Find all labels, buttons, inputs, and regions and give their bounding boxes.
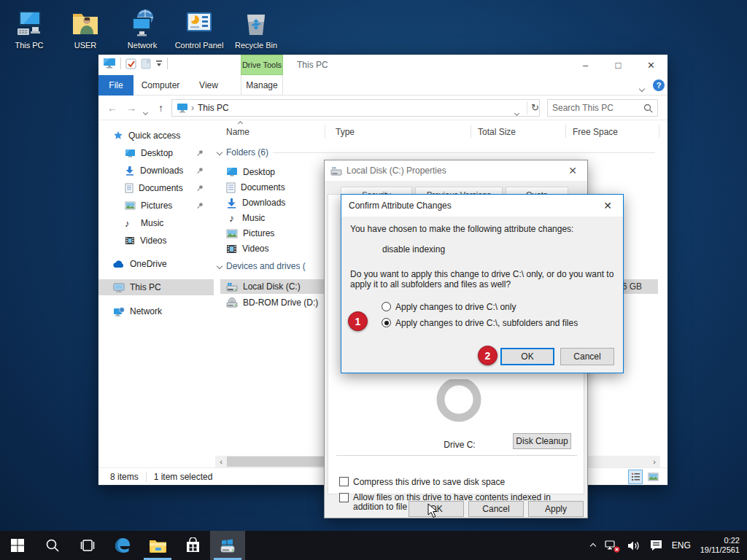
edge-icon[interactable]: [105, 531, 140, 560]
user-folder-icon: [58, 6, 112, 39]
qat-properties-icon[interactable]: [125, 58, 136, 69]
column-header-name[interactable]: Name: [226, 122, 321, 139]
search-input[interactable]: Search This PC: [547, 99, 658, 117]
confirm-ok-button[interactable]: OK: [500, 348, 554, 365]
file-item-pictures[interactable]: Pictures: [226, 226, 274, 241]
task-view-button[interactable]: [70, 531, 105, 560]
desktop-icon-this-pc[interactable]: This PC: [2, 6, 56, 50]
sidebar-item-label: Quick access: [128, 131, 180, 141]
maximize-button[interactable]: □: [602, 55, 635, 75]
collapse-group-icon[interactable]: [217, 263, 222, 269]
sidebar-item-pictures[interactable]: Pictures: [98, 198, 214, 214]
expand-ribbon-icon[interactable]: [640, 83, 644, 93]
sidebar-item-label: Music: [141, 218, 163, 228]
help-icon[interactable]: ?: [653, 79, 665, 91]
details-view-button[interactable]: [628, 470, 643, 484]
disk-cleanup-button[interactable]: Disk Cleanup: [513, 433, 571, 449]
taskbar-drive-properties-icon[interactable]: [210, 531, 245, 560]
taskbar-search-button[interactable]: [35, 531, 70, 560]
desktop-icon-control-panel[interactable]: Control Panel: [172, 6, 226, 50]
sidebar-item-network[interactable]: Network: [98, 303, 214, 319]
compress-checkbox[interactable]: [339, 477, 349, 486]
confirm-dialog-title: Confirm Attribute Changes: [349, 201, 452, 211]
music-icon: ♪: [226, 212, 237, 224]
breadcrumb-location[interactable]: This PC: [198, 103, 229, 113]
scroll-right-icon[interactable]: ›: [649, 456, 660, 467]
qat-customize-dropdown-icon[interactable]: [155, 60, 163, 67]
sidebar-item-desktop[interactable]: Desktop: [98, 145, 214, 161]
close-icon[interactable]: ✕: [592, 195, 623, 217]
scrollbar-thumb[interactable]: [227, 456, 336, 467]
qat-newfolder-icon[interactable]: [141, 58, 151, 69]
hidden-icons-chevron-icon[interactable]: [591, 540, 595, 551]
divider: [336, 455, 577, 456]
scroll-left-icon[interactable]: ‹: [215, 456, 227, 467]
location-icon: [177, 104, 188, 113]
documents-icon: [125, 183, 133, 193]
sidebar-item-music[interactable]: ♪ Music: [98, 215, 214, 231]
file-item-videos[interactable]: Videos: [226, 241, 268, 256]
column-header-total-size[interactable]: Total Size: [478, 122, 551, 139]
sidebar-item-videos[interactable]: Videos: [98, 233, 214, 249]
tab-computer[interactable]: Computer: [133, 75, 187, 96]
desktop-icon-label: This PC: [2, 41, 56, 50]
network-status-icon[interactable]: [605, 540, 618, 551]
close-button[interactable]: ✕: [635, 55, 667, 75]
sidebar-item-onedrive[interactable]: OneDrive: [98, 256, 214, 272]
group-header-folders[interactable]: Folders (6): [217, 147, 655, 158]
address-bar[interactable]: › This PC ↻: [171, 99, 540, 117]
refresh-icon[interactable]: ↻: [531, 102, 539, 113]
properties-apply-button[interactable]: Apply: [528, 501, 584, 517]
forward-icon[interactable]: →: [126, 102, 136, 114]
selected-count: 1 item selected: [154, 472, 213, 482]
minimize-button[interactable]: –: [569, 55, 602, 75]
confirm-cancel-button[interactable]: Cancel: [560, 348, 614, 365]
close-icon[interactable]: ✕: [558, 160, 587, 181]
file-item-music[interactable]: ♪ Music: [226, 211, 265, 225]
sidebar-item-downloads[interactable]: Downloads: [98, 163, 214, 179]
sidebar-item-quick-access[interactable]: Quick access: [98, 128, 214, 144]
file-item-bdrom-d[interactable]: BD-ROM Drive (D:): [226, 295, 318, 310]
radio-drive-only-label[interactable]: Apply changes to drive C:\ only: [395, 302, 516, 312]
address-dropdown-icon[interactable]: [515, 107, 519, 117]
annotation-step-1: 1: [348, 311, 368, 331]
start-button[interactable]: [0, 531, 35, 560]
taskbar-clock[interactable]: 0:22 19/11/2561: [700, 536, 740, 555]
radio-subfolders[interactable]: [382, 318, 391, 327]
action-center-icon[interactable]: [650, 540, 662, 551]
store-icon[interactable]: [175, 531, 210, 560]
drive-tools-contextual-tab[interactable]: Drive Tools: [241, 55, 283, 75]
desktop-icon-label: Recycle Bin: [229, 41, 283, 50]
taskbar-file-explorer-icon[interactable]: [140, 531, 175, 560]
explorer-app-icon: [103, 58, 116, 69]
navigation-bar: ← → ↑ › This PC ↻ Search This PC: [98, 96, 667, 120]
pictures-icon: [125, 201, 136, 210]
sidebar-item-label: Desktop: [141, 148, 173, 158]
up-icon[interactable]: ↑: [158, 102, 163, 114]
recent-locations-icon[interactable]: [144, 106, 147, 117]
language-indicator[interactable]: ENG: [672, 540, 691, 551]
collapse-group-icon[interactable]: [217, 149, 222, 155]
radio-drive-only[interactable]: [382, 302, 391, 311]
tab-view[interactable]: View: [187, 75, 230, 96]
window-title: This PC: [297, 60, 328, 70]
properties-cancel-button[interactable]: Cancel: [468, 501, 524, 517]
column-header-type[interactable]: Type: [336, 122, 423, 139]
large-icons-view-button[interactable]: [646, 470, 660, 484]
file-item-documents[interactable]: Documents: [226, 180, 285, 195]
compress-label: Compress this drive to save disk space: [353, 477, 572, 487]
column-header-free-space[interactable]: Free Space: [573, 122, 653, 139]
sidebar-item-this-pc[interactable]: This PC: [98, 279, 214, 295]
radio-subfolders-label[interactable]: Apply changes to drive C:\, subfolders a…: [395, 318, 578, 328]
desktop-icon-recycle-bin[interactable]: Recycle Bin: [229, 6, 283, 50]
desktop-icon-user-folder[interactable]: USER: [58, 6, 112, 50]
desktop-icon-network[interactable]: Network: [115, 6, 169, 50]
file-item-desktop[interactable]: Desktop: [226, 165, 275, 179]
index-checkbox[interactable]: [339, 493, 349, 502]
sidebar-item-documents[interactable]: Documents: [98, 180, 214, 196]
tab-manage[interactable]: Manage: [241, 75, 283, 96]
file-item-downloads[interactable]: Downloads: [226, 195, 285, 210]
back-icon[interactable]: ←: [107, 102, 117, 114]
volume-icon[interactable]: [627, 540, 640, 551]
tab-file[interactable]: File: [98, 75, 133, 96]
